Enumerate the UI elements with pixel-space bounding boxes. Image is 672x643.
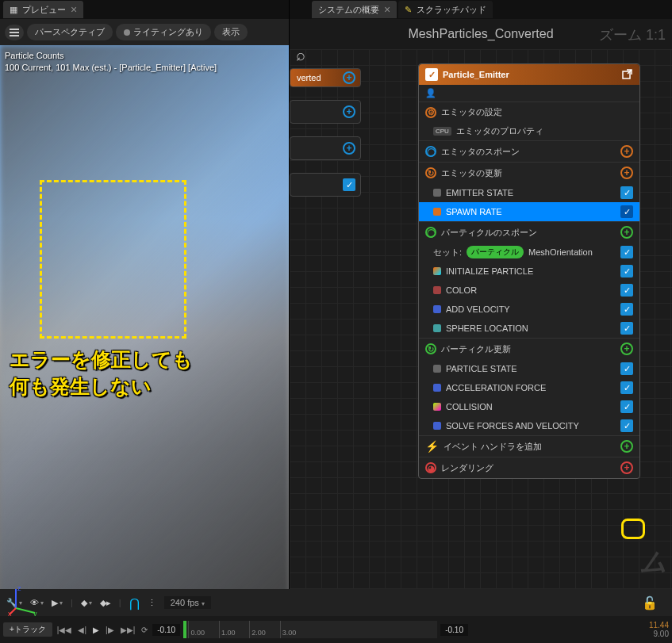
system-overview-tab[interactable]: システムの概要 × <box>312 1 397 18</box>
item-color[interactable]: COLOR✓ <box>419 281 639 300</box>
svg-text:y: y <box>33 610 37 616</box>
popout-icon[interactable] <box>622 69 633 80</box>
plus-icon[interactable]: + <box>620 440 633 453</box>
section-event-handler[interactable]: ⚡イベント ハンドラを追加+ <box>419 435 639 457</box>
graph-title-bar: MeshParticles_Converted ズーム 1:1 <box>290 19 672 49</box>
step-back-icon[interactable]: ◀| <box>76 626 88 634</box>
lock-icon[interactable]: 🔓 <box>642 595 658 610</box>
section-rendering[interactable]: ◕レンダリング+ <box>419 457 639 478</box>
viewport-overlay: Particle Counts 100 Current, 101 Max (es… <box>5 50 217 75</box>
item-collision[interactable]: COLLISION✓ <box>419 397 639 416</box>
item-label: SPAWN RATE <box>446 207 502 216</box>
emitter-node: ✓ Particle_Emitter 👤 ⚙エミッタの設定 CPUエミッタのプロ… <box>418 63 640 479</box>
item-acceleration[interactable]: ACCELERATION FORCE✓ <box>419 378 639 397</box>
playhead[interactable] <box>183 621 186 638</box>
checkbox-on[interactable]: ✓ <box>620 322 633 335</box>
section-particle-update[interactable]: ↻パーティクル更新+ <box>419 338 639 359</box>
item-label: COLOR <box>446 285 477 295</box>
particle-counts-title: Particle Counts <box>5 50 217 62</box>
checkbox-on[interactable]: ✓ <box>620 246 633 258</box>
loop-icon[interactable]: ⟳ <box>140 626 149 634</box>
graph-area[interactable]: ⌕ verted + ▸+ ▸+ ▸✓ ✓ Particle_Emitter 👤 <box>290 49 672 643</box>
search-icon[interactable]: ⌕ <box>296 49 305 64</box>
end-time-display: 11.44 9.00 <box>649 621 669 638</box>
section-emitter-settings[interactable]: ⚙エミッタの設定 <box>419 101 639 122</box>
preview-toolbar: パースペクティブ ライティングあり 表示 <box>0 19 289 45</box>
play-icon[interactable]: ▶ <box>91 626 101 634</box>
checkbox-on[interactable]: ✓ <box>620 362 633 375</box>
hamburger-button[interactable] <box>5 25 24 40</box>
add-track-button[interactable]: +トラック <box>3 622 52 637</box>
graph-title: MeshParticles_Converted <box>408 27 553 40</box>
plus-icon[interactable]: + <box>620 166 633 179</box>
keyframe-button[interactable]: ◆▾ <box>81 598 92 608</box>
plus-icon[interactable]: + <box>620 343 633 355</box>
scratch-tab-label: スクラッチパッド <box>417 4 486 16</box>
checkbox-on[interactable]: ✓ <box>620 419 633 432</box>
collapsed-section[interactable]: ▸+ <box>290 136 361 160</box>
more-button[interactable]: ⋮ <box>148 598 156 608</box>
plus-icon[interactable]: + <box>620 226 633 239</box>
system-node-header[interactable]: verted + <box>290 68 361 87</box>
close-icon[interactable]: × <box>384 3 390 16</box>
checkbox-on[interactable]: ✓ <box>343 178 355 191</box>
skip-end-icon[interactable]: ▶▶| <box>119 626 137 634</box>
collapsed-section[interactable]: ▸+ <box>290 100 361 124</box>
person-icon: 👤 <box>425 88 436 98</box>
checkbox-on[interactable]: ✓ <box>620 284 633 297</box>
item-add-velocity[interactable]: ADD VELOCITY✓ <box>419 300 639 319</box>
item-sphere-location[interactable]: SPHERE LOCATION✓ <box>419 319 639 338</box>
checkbox-on[interactable]: ✓ <box>620 186 633 199</box>
mesh-orient-label: MeshOrientation <box>528 247 593 257</box>
plus-icon[interactable]: + <box>620 145 633 158</box>
preview-tab[interactable]: ▦ プレビュー × <box>3 1 83 18</box>
item-spawn-rate[interactable]: SPAWN RATE✓ <box>419 202 639 221</box>
section-label: レンダリング <box>441 462 493 474</box>
checkbox-on[interactable]: ✓ <box>425 68 438 81</box>
keyframe-skip-button[interactable]: ◆▸ <box>100 598 111 608</box>
item-initialize-particle[interactable]: INITIALIZE PARTICLE✓ <box>419 262 639 281</box>
timeline-ruler[interactable]: 0.00 1.00 2.00 3.00 <box>183 621 437 638</box>
item-solve-forces[interactable]: SOLVE FORCES AND VELOCITY✓ <box>419 416 639 435</box>
plus-icon[interactable]: + <box>620 461 633 474</box>
emitter-header[interactable]: ✓ Particle_Emitter <box>419 64 639 85</box>
plus-icon[interactable]: + <box>343 105 355 118</box>
lighting-button[interactable]: ライティングあり <box>116 24 211 40</box>
sphere-icon <box>124 29 130 36</box>
axis-gizmo: z y x <box>8 584 40 616</box>
time-out-field[interactable]: -0.10 <box>440 624 468 636</box>
step-fwd-icon[interactable]: |▶ <box>104 626 116 634</box>
item-set-particle[interactable]: セット:パーティクルMeshOrientation✓ <box>419 243 639 262</box>
timeline-toolbar: 🔧▾ 👁▾ ▶▾ | ◆▾ ◆▸ | ⋂ ⋮ 240 fps ▾ 🔓 <box>0 589 672 616</box>
checkbox-on[interactable]: ✓ <box>620 205 633 218</box>
module-bullet <box>433 324 441 332</box>
time-in-field[interactable]: -0.10 <box>152 624 180 636</box>
play-button[interactable]: ▶▾ <box>52 598 63 608</box>
plus-icon[interactable]: + <box>343 142 355 155</box>
checkbox-on[interactable]: ✓ <box>620 400 633 413</box>
collapsed-section[interactable]: ▸✓ <box>290 173 361 197</box>
display-button[interactable]: 表示 <box>214 24 248 40</box>
item-emitter-properties[interactable]: CPUエミッタのプロパティ <box>419 122 639 140</box>
perspective-button[interactable]: パースペクティブ <box>27 24 113 40</box>
section-label: パーティクルのスポーン <box>441 227 537 239</box>
ruler-tick: 2.00 <box>249 621 266 638</box>
highlight-box <box>621 519 645 539</box>
section-particle-spawn[interactable]: ◯パーティクルのスポーン+ <box>419 221 639 243</box>
close-icon[interactable]: × <box>71 3 77 16</box>
item-label: PARTICLE STATE <box>446 364 517 373</box>
viewport[interactable]: Particle Counts 100 Current, 101 Max (es… <box>0 45 289 624</box>
section-emitter-spawn[interactable]: ◯エミッタのスポーン+ <box>419 140 639 162</box>
scratchpad-tab[interactable]: ✎ スクラッチパッド <box>398 1 493 18</box>
snap-button[interactable]: ⋂ <box>129 595 140 610</box>
module-bullet <box>433 384 441 392</box>
plus-icon[interactable]: + <box>343 71 355 84</box>
skip-start-icon[interactable]: |◀◀ <box>56 626 74 634</box>
checkbox-on[interactable]: ✓ <box>620 303 633 316</box>
section-emitter-update[interactable]: ↻エミッタの更新+ <box>419 162 639 183</box>
item-emitter-state[interactable]: EMITTER STATE✓ <box>419 183 639 202</box>
item-particle-state[interactable]: PARTICLE STATE✓ <box>419 359 639 378</box>
checkbox-on[interactable]: ✓ <box>620 265 633 277</box>
fps-display[interactable]: 240 fps ▾ <box>164 596 211 609</box>
checkbox-on[interactable]: ✓ <box>620 381 633 394</box>
